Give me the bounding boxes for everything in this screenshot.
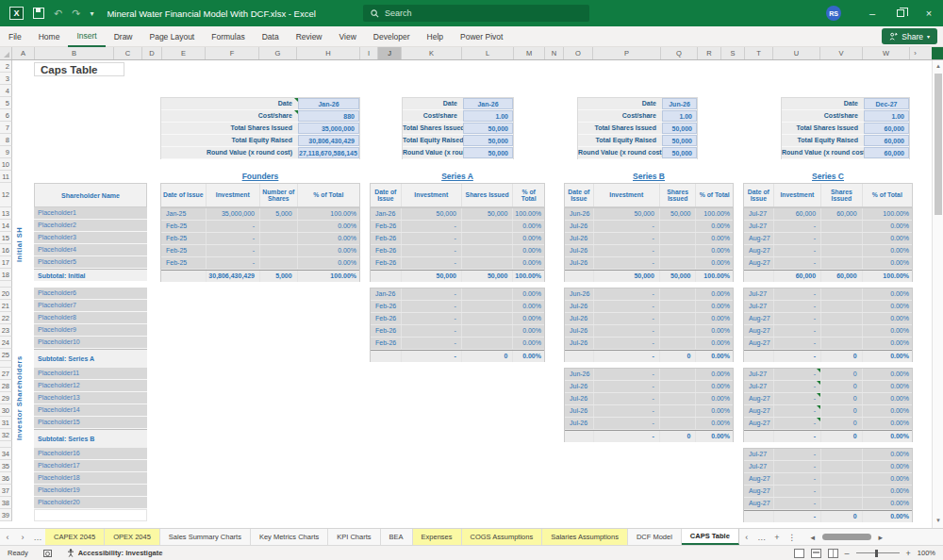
cell-date[interactable] xyxy=(744,431,774,442)
cell-date[interactable]: Jul-26 xyxy=(565,245,594,256)
row-header-22[interactable]: 22 xyxy=(0,312,12,324)
cell-percent[interactable]: 0.00% xyxy=(863,351,912,362)
shareholder-cell[interactable]: Placeholder12 xyxy=(34,380,147,392)
column-header-T[interactable]: T xyxy=(745,47,773,59)
table-row[interactable]: Jul-27-00.00% xyxy=(744,369,912,381)
table-row[interactable]: Aug-27-0.00% xyxy=(744,245,912,257)
table-row[interactable]: Feb-26-0.00% xyxy=(371,221,544,233)
table-header-cell[interactable]: Investment xyxy=(774,184,821,206)
avatar[interactable]: RS xyxy=(826,6,841,21)
cell-shares[interactable] xyxy=(462,301,513,312)
table-row[interactable]: Aug-27-0.00% xyxy=(744,486,912,498)
cell-date[interactable]: Aug-27 xyxy=(744,418,774,429)
cell-investment[interactable]: - xyxy=(594,405,660,417)
cell-percent[interactable]: 0.00% xyxy=(696,288,733,300)
cell-investment[interactable]: 60,000 xyxy=(774,208,821,220)
cell-date[interactable] xyxy=(565,351,594,362)
row-header-17[interactable]: 17 xyxy=(0,256,12,269)
cell-date[interactable]: Aug-27 xyxy=(744,325,774,337)
row-header-33[interactable] xyxy=(0,441,12,448)
row-header-36[interactable]: 36 xyxy=(0,472,12,485)
cell-investment[interactable]: - xyxy=(774,381,821,392)
table-row[interactable]: Feb-26-0.00% xyxy=(371,233,544,245)
cell-shares[interactable] xyxy=(660,369,697,380)
cell-investment[interactable]: - xyxy=(594,301,660,312)
qat-customize-icon[interactable]: ▾ xyxy=(90,9,93,18)
cell-shares[interactable] xyxy=(821,301,863,312)
table-header-cell[interactable]: Shares Issued xyxy=(462,184,513,206)
table-row[interactable]: Jun-26-0.00% xyxy=(565,369,733,381)
cell-percent[interactable]: 0.00% xyxy=(513,257,544,269)
tabs-next-icon[interactable]: › xyxy=(15,529,30,545)
cell-shares[interactable]: 0 xyxy=(821,381,863,392)
shareholder-table-header[interactable]: Shareholder Name xyxy=(34,183,147,207)
ribbon-tab-review[interactable]: Review xyxy=(288,26,331,47)
table-row[interactable]: Jul-26-0.00% xyxy=(565,325,733,338)
zoom-slider[interactable] xyxy=(856,552,900,553)
summary-value[interactable]: 1.00 xyxy=(864,110,909,122)
select-all-corner[interactable] xyxy=(0,47,12,59)
cell-date[interactable]: Aug-27 xyxy=(744,473,774,485)
cell-investment[interactable]: - xyxy=(774,418,821,429)
cell-shares[interactable] xyxy=(660,245,697,256)
cell-percent[interactable]: 0.00% xyxy=(696,381,733,392)
cell-shares[interactable] xyxy=(462,233,513,244)
cell-percent[interactable]: 0.00% xyxy=(863,301,912,312)
cell-date[interactable]: Aug-27 xyxy=(744,233,774,244)
row-header-21[interactable]: 21 xyxy=(0,300,12,312)
table-row[interactable]: Jun-26-0.00% xyxy=(565,288,733,301)
table-row[interactable]: Feb-26-0.00% xyxy=(371,325,544,338)
sheet-tab-dcf-model[interactable]: DCF Model xyxy=(628,529,682,545)
cell-date[interactable]: Jul-27 xyxy=(744,381,774,392)
summary-value[interactable]: 50,000 xyxy=(662,147,697,158)
cell-date[interactable] xyxy=(371,351,402,362)
table-row[interactable]: Aug-27-0.00% xyxy=(744,338,912,350)
table-row[interactable]: Aug-27-0.00% xyxy=(744,325,912,338)
shareholder-cell[interactable]: Placeholder13 xyxy=(34,392,147,404)
table-row[interactable]: Aug-27-0.00% xyxy=(744,498,912,510)
sheet-tab-salaries-assumptions[interactable]: Salaries Assumptions xyxy=(542,529,628,545)
table-subtotal-row[interactable]: 50,00050,000100.00% xyxy=(371,270,544,282)
cell-date[interactable] xyxy=(565,431,594,442)
sheet-tab-capex-2045[interactable]: CAPEX 2045 xyxy=(45,529,105,545)
shareholder-cell[interactable]: Placeholder3 xyxy=(34,232,147,244)
cell-percent[interactable]: 0.00% xyxy=(298,221,359,232)
column-header-V[interactable]: V xyxy=(820,47,863,59)
cell-date[interactable]: Aug-27 xyxy=(744,245,774,256)
cell-percent[interactable]: 0.00% xyxy=(513,221,544,232)
shareholder-subtotal-cell[interactable]: Subtotal: Series A xyxy=(34,349,147,368)
tabs-scroll-left-icon[interactable]: ‹ xyxy=(739,529,754,545)
cell-percent[interactable]: 0.00% xyxy=(298,257,359,269)
cell-shares[interactable]: 50,000 xyxy=(462,208,513,220)
shareholder-cell[interactable]: Placeholder10 xyxy=(34,337,147,349)
cell-investment[interactable]: - xyxy=(207,221,260,232)
row-header-37[interactable]: 37 xyxy=(0,485,12,497)
row-header-7[interactable]: 7 xyxy=(0,122,12,134)
ribbon-tab-draw[interactable]: Draw xyxy=(106,26,141,47)
hscroll-right-icon[interactable]: ▸ xyxy=(873,533,888,542)
row-header-20[interactable]: 20 xyxy=(0,288,12,300)
ribbon-tab-formulas[interactable]: Formulas xyxy=(203,26,253,47)
cell-percent[interactable]: 0.00% xyxy=(863,418,912,429)
cell-percent[interactable]: 0.00% xyxy=(696,431,733,442)
cell-percent[interactable]: 0.00% xyxy=(696,351,733,362)
zoom-out-icon[interactable]: – xyxy=(845,549,850,558)
column-header-L[interactable]: L xyxy=(462,47,514,59)
cell-percent[interactable]: 0.00% xyxy=(863,405,912,417)
column-header-F[interactable]: F xyxy=(206,47,259,59)
table-row[interactable]: Jul-26-0.00% xyxy=(565,313,733,325)
cell-date[interactable] xyxy=(161,271,207,282)
table-subtotal-row[interactable]: 50,00050,000100.00% xyxy=(565,270,733,282)
cell-investment[interactable]: - xyxy=(402,257,462,269)
table-row[interactable]: Feb-26-0.00% xyxy=(371,301,544,313)
cell-shares[interactable] xyxy=(462,257,513,269)
table-row[interactable]: Jul-27-0.00% xyxy=(744,301,912,313)
table-header-cell[interactable]: Shares Issued xyxy=(660,184,697,206)
cell-date[interactable]: Jul-26 xyxy=(565,405,594,417)
cell-investment[interactable]: 50,000 xyxy=(402,208,462,220)
shareholder-cell[interactable]: Placeholder4 xyxy=(34,244,147,256)
cell-percent[interactable]: 100.00% xyxy=(298,271,359,282)
row-header-10[interactable]: 10 xyxy=(0,158,12,171)
summary-value[interactable]: 60,000 xyxy=(864,147,909,158)
save-icon[interactable] xyxy=(33,8,44,19)
